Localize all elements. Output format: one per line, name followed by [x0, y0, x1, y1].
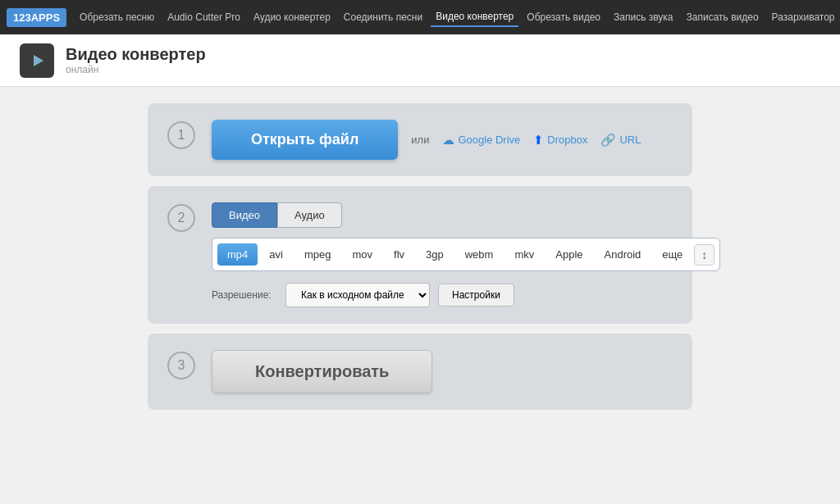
- convert-button[interactable]: Конвертировать: [212, 350, 432, 393]
- or-text: или: [411, 134, 429, 146]
- step2-number: 2: [167, 204, 195, 232]
- format-type-tabs: Видео Аудио: [212, 202, 720, 228]
- google-drive-link[interactable]: ☁ Google Drive: [442, 133, 520, 148]
- format-mpeg[interactable]: mpeg: [294, 243, 341, 266]
- nav-record-video[interactable]: Записать видео: [682, 8, 764, 26]
- format-bar: mp4 avi mpeg mov flv 3gp webm mkv Apple …: [212, 238, 720, 271]
- dropbox-link[interactable]: ⬆ Dropbox: [533, 133, 587, 148]
- top-nav: 123APPS Обрезать песню Audio Cutter Pro …: [0, 0, 840, 34]
- format-scroll-btn[interactable]: ↕: [694, 244, 714, 266]
- format-apple[interactable]: Apple: [546, 243, 592, 266]
- format-more[interactable]: еще: [652, 243, 692, 266]
- resolution-label: Разрешение:: [212, 289, 277, 301]
- nav-audio-converter[interactable]: Аудио конвертер: [249, 8, 336, 26]
- nav-unarchiver[interactable]: Разархиватор: [767, 8, 840, 26]
- title-block: Видео конвертер онлайн: [66, 45, 206, 75]
- step2-content: Видео Аудио mp4 avi mpeg mov flv 3gp web…: [212, 202, 720, 307]
- nav-record-audio[interactable]: Запись звука: [609, 8, 678, 26]
- main-content: 1 Открыть файл или ☁ Google Drive ⬆ Drop…: [0, 87, 840, 504]
- step3-number: 3: [167, 352, 195, 379]
- tab-video[interactable]: Видео: [212, 202, 277, 228]
- format-mov[interactable]: mov: [342, 243, 382, 266]
- format-mp4[interactable]: mp4: [217, 243, 258, 266]
- open-file-button[interactable]: Открыть файл: [212, 120, 398, 160]
- nav-join-songs[interactable]: Соединить песни: [339, 8, 427, 26]
- format-mkv[interactable]: mkv: [504, 243, 544, 266]
- resolution-select[interactable]: Как в исходном файле: [285, 283, 430, 307]
- format-flv[interactable]: flv: [384, 243, 414, 266]
- url-link[interactable]: 🔗 URL: [600, 133, 641, 148]
- step1-number: 1: [167, 121, 195, 149]
- dropbox-label: Dropbox: [547, 134, 587, 146]
- format-3gp[interactable]: 3gp: [416, 243, 454, 266]
- nav-audio-cutter-pro[interactable]: Audio Cutter Pro: [162, 8, 245, 26]
- open-file-row: Открыть файл или ☁ Google Drive ⬆ Dropbo…: [212, 120, 673, 160]
- step1-section: 1 Открыть файл или ☁ Google Drive ⬆ Drop…: [148, 103, 692, 176]
- tab-audio[interactable]: Аудио: [277, 202, 342, 228]
- url-label: URL: [619, 134, 641, 146]
- step1-content: Открыть файл или ☁ Google Drive ⬆ Dropbo…: [212, 120, 673, 160]
- format-avi[interactable]: avi: [259, 243, 293, 266]
- format-webm[interactable]: webm: [455, 243, 504, 266]
- nav-cut-song[interactable]: Обрезать песню: [75, 8, 159, 26]
- page-subtitle: онлайн: [66, 64, 206, 75]
- page-header: Видео конвертер онлайн: [0, 34, 840, 87]
- step2-section: 2 Видео Аудио mp4 avi mpeg mov flv 3gp w…: [148, 186, 692, 324]
- google-drive-icon: ☁: [442, 133, 454, 148]
- settings-button[interactable]: Настройки: [438, 284, 514, 306]
- nav-cut-video[interactable]: Обрезать видео: [522, 8, 605, 26]
- step3-section: 3 Конвертировать: [148, 334, 692, 410]
- app-icon: [20, 43, 54, 78]
- link-icon: 🔗: [600, 133, 616, 148]
- dropbox-icon: ⬆: [533, 133, 544, 148]
- format-android[interactable]: Android: [595, 243, 651, 266]
- google-drive-label: Google Drive: [458, 134, 520, 146]
- logo[interactable]: 123APPS: [7, 8, 66, 27]
- nav-video-converter[interactable]: Видео конвертер: [431, 7, 518, 27]
- page-title: Видео конвертер: [66, 45, 206, 64]
- step3-content: Конвертировать: [212, 350, 673, 393]
- resolution-row: Разрешение: Как в исходном файле Настрой…: [212, 283, 720, 307]
